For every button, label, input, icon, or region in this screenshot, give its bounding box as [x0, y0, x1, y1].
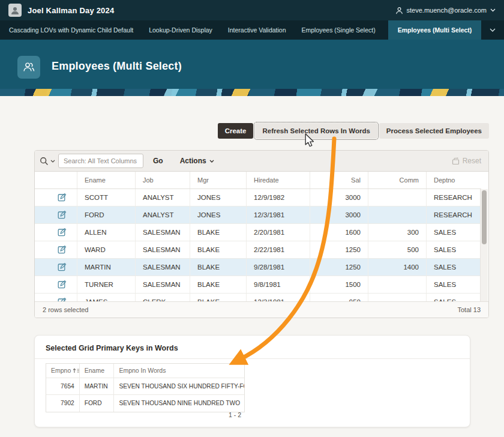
cell-empno: 7654 [46, 378, 80, 395]
cell-words: SEVEN THOUSAND NINE HUNDRED TWO [114, 395, 244, 412]
action-button-row: Create Refresh Selected Rows In Words Pr… [218, 123, 489, 139]
cell-mgr: JONES [190, 189, 247, 206]
col-header-hiredate[interactable]: Hiredate [247, 172, 310, 188]
nav-tab[interactable]: Employees (Multi Select) [388, 20, 482, 40]
edit-row-icon[interactable] [58, 228, 67, 237]
cell-job: ANALYST [136, 189, 190, 206]
edit-cell [35, 206, 77, 223]
user-icon [395, 7, 403, 14]
nav-tab[interactable]: Cascading LOVs with Dynamic Child Defaul… [1, 20, 141, 40]
col-header-deptno[interactable]: Deptno [427, 172, 481, 188]
reset-label: Reset [463, 157, 481, 165]
cell-mgr: BLAKE [190, 259, 247, 276]
table-row[interactable]: FORD ANALYST JONES 12/3/1981 3000 RESEAR… [35, 206, 481, 224]
cell-ename: WARD [77, 241, 136, 258]
edit-row-icon[interactable] [58, 245, 67, 254]
table-row[interactable]: ALLEN SALESMAN BLAKE 2/20/1981 1600 300 … [35, 224, 481, 241]
cell-ename: MARTIN [80, 378, 115, 395]
tabs-overflow-chevron-icon[interactable] [481, 20, 504, 40]
edit-cell [35, 224, 77, 241]
edit-cell [35, 189, 77, 206]
cell-mgr: JONES [190, 206, 247, 223]
cell-deptno: SALES [427, 276, 481, 293]
cell-mgr: BLAKE [190, 241, 247, 258]
cell-sal: 3000 [310, 206, 368, 223]
cell-deptno: RESEARCH [427, 189, 481, 206]
words-col-words[interactable]: Empno In Words [114, 364, 244, 378]
reset-button[interactable]: Reset [452, 157, 481, 165]
words-table-row: 7654 MARTIN SEVEN THOUSAND SIX HUNDRED F… [46, 378, 244, 395]
words-card-region: Selected Grid Primary Keys in Words Empn… [34, 335, 470, 427]
cell-sal: 3000 [310, 189, 368, 206]
grid-status-bar: 2 rows selected Total 13 [35, 301, 488, 318]
nav-tab[interactable]: Interactive Validation [220, 20, 294, 40]
nav-tab[interactable]: Employees (Single Select) [294, 20, 383, 40]
search-scope-button[interactable] [40, 157, 55, 166]
avatar-person-icon [10, 5, 20, 15]
search-icon [40, 157, 49, 166]
words-col-ename[interactable]: Ename [80, 364, 115, 378]
search-input[interactable] [58, 154, 143, 168]
words-col-empno[interactable]: Empno [46, 364, 80, 378]
rows-selected-status: 2 rows selected [43, 306, 88, 313]
sort-ascending-icon [73, 368, 79, 373]
grid-scrollbar[interactable] [480, 189, 488, 303]
nav-tab[interactable]: Lookup-Driven Display [141, 20, 220, 40]
cell-job: SALESMAN [136, 259, 190, 276]
cell-ename: MARTIN [77, 259, 136, 276]
decorative-strip [0, 89, 504, 96]
create-button[interactable]: Create [218, 123, 254, 139]
cell-hiredate: 12/9/1982 [247, 189, 310, 206]
col-header-sal[interactable]: Sal [310, 172, 368, 188]
col-header-edit[interactable] [35, 172, 77, 188]
col-header-mgr[interactable]: Mgr [190, 172, 247, 188]
card-divider [35, 358, 470, 359]
words-card-title: Selected Grid Primary Keys in Words [46, 344, 178, 352]
actions-menu-button[interactable]: Actions [180, 157, 214, 165]
cell-comm: 500 [368, 241, 427, 258]
cell-ename: TURNER [77, 276, 136, 293]
cell-job: SALESMAN [136, 224, 190, 241]
cell-deptno: SALES [427, 224, 481, 241]
cell-job: SALESMAN [136, 241, 190, 258]
edit-row-icon[interactable] [58, 262, 67, 271]
col-header-job[interactable]: Job [136, 172, 190, 188]
cell-hiredate: 12/3/1981 [247, 206, 310, 223]
process-selected-employees-button[interactable]: Process Selected Employees [379, 123, 489, 139]
table-row[interactable]: SCOTT ANALYST JONES 12/9/1982 3000 RESEA… [35, 189, 481, 206]
edit-row-icon[interactable] [58, 210, 67, 219]
table-row[interactable]: MARTIN SALESMAN BLAKE 9/28/1981 1250 140… [35, 259, 481, 276]
col-header-ename[interactable]: Ename [77, 172, 136, 188]
cell-hiredate: 9/8/1981 [247, 276, 310, 293]
edit-cell [35, 241, 77, 258]
table-row[interactable]: TURNER SALESMAN BLAKE 9/8/1981 1500 SALE… [35, 276, 481, 294]
go-button[interactable]: Go [153, 157, 163, 165]
cell-sal: 1600 [310, 224, 368, 241]
cell-hiredate: 9/28/1981 [247, 259, 310, 276]
cell-hiredate: 2/20/1981 [247, 224, 310, 241]
cell-comm: 1400 [368, 259, 427, 276]
cell-mgr: BLAKE [190, 224, 247, 241]
table-row[interactable]: WARD SALESMAN BLAKE 2/22/1981 1250 500 S… [35, 241, 481, 259]
hero-icon-chip [17, 56, 40, 79]
words-table: Empno Ename Empno In Words 7654 MARTIN S… [46, 363, 245, 412]
cell-ename: FORD [80, 395, 115, 412]
user-menu[interactable]: steve.muench@oracle.com [395, 7, 496, 14]
edit-cell [35, 259, 77, 276]
edit-row-icon[interactable] [58, 280, 67, 289]
actions-chevron-icon [209, 160, 214, 163]
app-logo-avatar[interactable] [8, 4, 22, 17]
total-rows-status: Total 13 [457, 306, 481, 313]
edit-row-icon[interactable] [58, 193, 67, 202]
cell-ename: ALLEN [77, 224, 136, 241]
cell-words: SEVEN THOUSAND SIX HUNDRED FIFTY-FOUR [114, 378, 244, 395]
col-header-comm[interactable]: Comm [368, 172, 427, 188]
page-hero: Employees (Multi Select) [0, 40, 504, 89]
grid-toolbar: Go Actions Reset [35, 151, 488, 172]
words-col-empno-label: Empno [51, 367, 71, 374]
grid-scrollbar-thumb[interactable] [482, 190, 487, 244]
page-title: Employees (Multi Select) [52, 60, 182, 73]
cell-comm: 300 [368, 224, 427, 241]
refresh-selected-rows-button[interactable]: Refresh Selected Rows In Words [255, 123, 377, 139]
app-title: Joel Kallman Day 2024 [28, 6, 114, 15]
